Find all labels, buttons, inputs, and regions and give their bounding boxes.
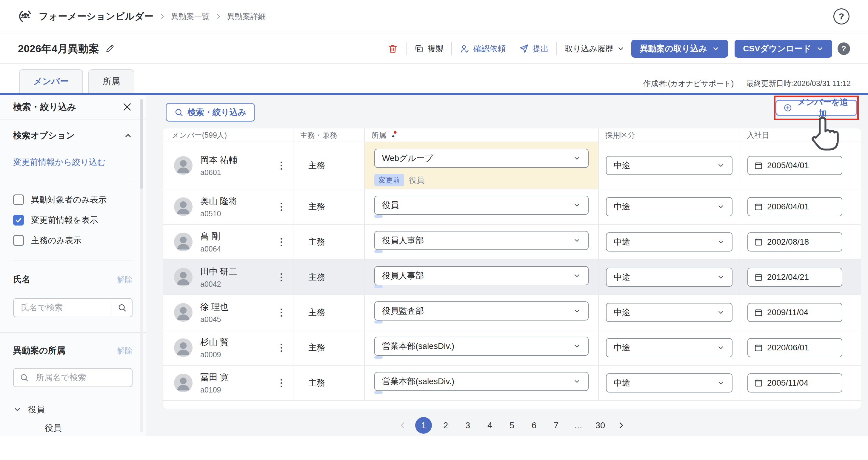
page-button[interactable]: 1 <box>415 417 432 434</box>
tab-member[interactable]: メンバー <box>19 69 83 93</box>
avatar[interactable] <box>174 303 192 322</box>
page-button[interactable]: 4 <box>482 417 498 434</box>
column-header-department[interactable]: 所属 <box>365 128 599 142</box>
recruit-select[interactable]: 中途 <box>606 303 733 322</box>
department-select[interactable]: 役員 <box>374 196 589 215</box>
filter-checkbox-row[interactable]: 異動対象者のみ表示 <box>13 194 132 205</box>
next-page-icon[interactable] <box>614 418 628 433</box>
department-select[interactable]: 役員人事部 <box>374 231 589 250</box>
tree-item[interactable]: 役員 <box>13 400 132 419</box>
hire-date-field[interactable]: 2005/11/04 <box>747 373 842 393</box>
checkbox-label: 変更前情報を表示 <box>31 214 98 226</box>
search-icon[interactable] <box>112 299 132 317</box>
hire-date-field[interactable]: 2002/08/18 <box>747 232 842 252</box>
avatar[interactable] <box>174 233 192 251</box>
table-row[interactable]: 髙 剛 a0064 主務 役員人事部 中途 <box>163 225 861 260</box>
scrollbar-thumb[interactable] <box>140 99 143 189</box>
recruit-select[interactable]: 中途 <box>606 373 733 393</box>
edit-title-icon[interactable] <box>105 44 115 54</box>
row-menu-button[interactable] <box>278 235 285 249</box>
filter-by-before-info-link[interactable]: 変更前情報から絞り込む <box>13 156 132 168</box>
avatar[interactable] <box>174 197 192 216</box>
chevron-up-icon[interactable] <box>124 131 132 140</box>
csv-download-button[interactable]: CSVダウンロード <box>735 40 832 58</box>
row-menu-button[interactable] <box>278 376 285 390</box>
department-select[interactable]: Webグループ <box>374 149 589 168</box>
recruit-value: 中途 <box>614 201 630 212</box>
dept-clear-link[interactable]: 解除 <box>117 346 132 356</box>
help-icon[interactable]: ? <box>833 8 849 25</box>
name-clear-link[interactable]: 解除 <box>117 275 132 285</box>
page-button[interactable]: 5 <box>503 417 520 434</box>
checkbox-unchecked-icon[interactable] <box>13 195 24 205</box>
table-row[interactable]: 杉山 賢 a0009 主務 営業本部(salesDiv.) 中途 <box>163 330 861 366</box>
avatar[interactable] <box>174 156 192 175</box>
table-row[interactable]: 冨田 寛 a0109 主務 営業本部(salesDiv.) 中途 <box>163 366 861 401</box>
duty-cell: 主務 <box>293 260 365 294</box>
hire-date-field[interactable]: 2012/04/21 <box>747 268 842 287</box>
recruit-select[interactable]: 中途 <box>606 268 733 287</box>
filter-checkbox-row[interactable]: 変更前情報を表示 <box>13 214 132 226</box>
tree-item-label: 役員 <box>45 422 61 434</box>
table-row[interactable]: 田中 研二 a0042 主務 役員人事部 中途 <box>163 260 861 295</box>
tab-department[interactable]: 所属 <box>88 69 134 93</box>
dept-search-field[interactable] <box>13 368 132 387</box>
import-history-button[interactable]: 取り込み履歴 <box>565 43 625 54</box>
page-button[interactable]: 3 <box>459 417 476 434</box>
search-filter-button[interactable]: 検索・絞り込み <box>166 103 255 121</box>
member-cell: 奥山 隆将 a0510 <box>163 190 293 224</box>
row-menu-button[interactable] <box>278 341 285 355</box>
table-row[interactable]: 岡本 祐輔 a0601 主務 Webグループ 変更前 役員 中途 <box>163 142 861 190</box>
page-button[interactable]: 2 <box>437 417 454 434</box>
recruit-select[interactable]: 中途 <box>606 156 733 175</box>
department-select[interactable]: 役員監査部 <box>374 301 589 320</box>
avatar[interactable] <box>174 374 192 392</box>
hire-date-field[interactable]: 2009/11/04 <box>747 303 842 322</box>
table-row[interactable]: 徐 理也 a0045 主務 役員監査部 中途 <box>163 295 861 330</box>
before-change-row <box>374 356 589 359</box>
recruit-select[interactable]: 中途 <box>606 338 733 357</box>
add-member-button[interactable]: メンバーを追加 <box>775 100 857 116</box>
recruit-select[interactable]: 中途 <box>606 232 733 252</box>
name-search-input[interactable] <box>14 303 112 312</box>
recruit-select[interactable]: 中途 <box>606 197 733 216</box>
row-menu-button[interactable] <box>278 270 285 284</box>
breadcrumb-plan-list[interactable]: 異動案一覧 <box>171 11 210 22</box>
recruit-cell: 中途 <box>599 366 740 400</box>
import-plan-button[interactable]: 異動案の取り込み <box>631 40 728 58</box>
member-code: a0109 <box>200 385 229 394</box>
delete-button[interactable] <box>388 43 398 54</box>
table-row[interactable]: 奥山 隆将 a0510 主務 役員 中途 <box>163 190 861 225</box>
page-button[interactable]: 30 <box>592 417 609 434</box>
dept-search-input[interactable] <box>29 373 132 382</box>
duplicate-button[interactable]: 複製 <box>414 43 443 54</box>
row-menu-button[interactable] <box>278 306 285 320</box>
department-select[interactable]: 営業本部(salesDiv.) <box>374 337 589 356</box>
row-menu-button[interactable] <box>278 200 285 214</box>
sort-asc-icon[interactable] <box>389 131 397 140</box>
row-menu-button[interactable] <box>278 159 285 173</box>
name-search-field[interactable] <box>13 298 132 317</box>
avatar[interactable] <box>174 339 192 357</box>
member-code: a0009 <box>200 350 229 359</box>
page-button[interactable]: 6 <box>526 417 542 434</box>
checkbox-checked-icon[interactable] <box>13 215 24 226</box>
hire-date-value: 2002/08/18 <box>767 237 809 247</box>
department-select[interactable]: 営業本部(salesDiv.) <box>374 372 589 391</box>
checkbox-unchecked-icon[interactable] <box>13 235 24 246</box>
page-button[interactable]: 7 <box>548 417 564 434</box>
submit-button[interactable]: 提出 <box>519 43 549 54</box>
tree-item[interactable]: 役員 <box>13 419 132 436</box>
hire-date-field[interactable]: 2020/06/01 <box>747 338 842 357</box>
confirm-request-button[interactable]: 確認依頼 <box>460 43 506 54</box>
breadcrumb-chevron-icon <box>159 13 166 20</box>
hire-date-field[interactable]: 2005/04/01 <box>747 156 842 175</box>
department-select[interactable]: 役員人事部 <box>374 266 589 285</box>
close-icon[interactable] <box>122 102 132 112</box>
duty-cell: 主務 <box>293 225 365 259</box>
hire-date-field[interactable]: 2006/04/01 <box>747 197 842 216</box>
avatar[interactable] <box>174 268 192 286</box>
filter-checkbox-row[interactable]: 主務のみ表示 <box>13 235 132 246</box>
help-icon[interactable]: ? <box>838 42 850 55</box>
chevron-down-icon[interactable] <box>13 405 22 414</box>
